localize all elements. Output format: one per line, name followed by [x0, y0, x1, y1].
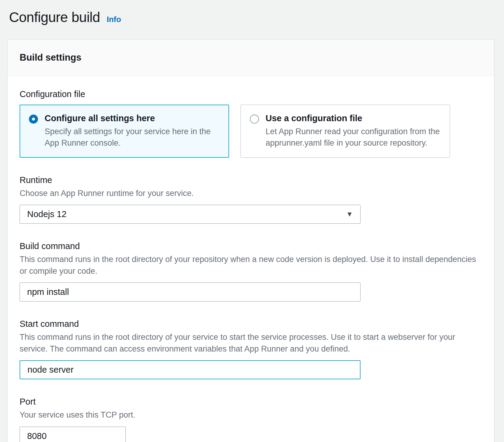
runtime-field: Runtime Choose an App Runner runtime for…	[20, 175, 482, 224]
build-command-label: Build command	[20, 241, 482, 251]
configuration-file-label: Configuration file	[20, 89, 482, 99]
build-command-description: This command runs in the root directory …	[20, 254, 482, 277]
start-command-description: This command runs in the root directory …	[20, 331, 482, 355]
radio-selected-icon[interactable]	[29, 115, 38, 124]
port-field: Port Your service uses this TCP port.	[20, 397, 482, 442]
tile-description: Specify all settings for your service he…	[45, 126, 220, 149]
runtime-select[interactable]: Nodejs 12 ▼	[20, 205, 361, 224]
tile-title: Use a configuration file	[266, 113, 441, 123]
option-use-configuration-file[interactable]: Use a configuration file Let App Runner …	[241, 105, 450, 158]
page-header: Configure build Info	[9, 9, 494, 25]
chevron-down-icon: ▼	[346, 211, 353, 218]
start-command-input[interactable]	[20, 360, 361, 379]
build-command-field: Build command This command runs in the r…	[20, 241, 482, 302]
radio-unselected-icon[interactable]	[250, 115, 259, 124]
start-command-field: Start command This command runs in the r…	[20, 319, 482, 379]
info-link[interactable]: Info	[107, 15, 121, 24]
page-title: Configure build	[9, 9, 100, 25]
configuration-file-tiles: Configure all settings here Specify all …	[20, 105, 482, 158]
build-command-input[interactable]	[20, 283, 361, 302]
tile-text: Use a configuration file Let App Runner …	[266, 113, 441, 149]
option-configure-all-settings[interactable]: Configure all settings here Specify all …	[20, 105, 229, 158]
configure-build-page: Configure build Info Build settings Conf…	[0, 0, 504, 442]
runtime-description: Choose an App Runner runtime for your se…	[20, 188, 482, 199]
tile-text: Configure all settings here Specify all …	[45, 113, 220, 149]
port-description: Your service uses this TCP port.	[20, 409, 482, 421]
port-label: Port	[20, 397, 482, 407]
runtime-selected-value: Nodejs 12	[27, 209, 67, 219]
card-body: Configuration file Configure all setting…	[8, 76, 494, 442]
tile-description: Let App Runner read your configuration f…	[266, 126, 441, 149]
configuration-file-field: Configuration file Configure all setting…	[20, 89, 482, 158]
start-command-label: Start command	[20, 319, 482, 329]
runtime-label: Runtime	[20, 175, 482, 185]
card-header: Build settings	[8, 39, 494, 76]
port-input[interactable]	[20, 427, 126, 442]
card-title: Build settings	[20, 52, 482, 63]
tile-title: Configure all settings here	[45, 113, 220, 123]
build-settings-card: Build settings Configuration file Config…	[7, 39, 494, 442]
